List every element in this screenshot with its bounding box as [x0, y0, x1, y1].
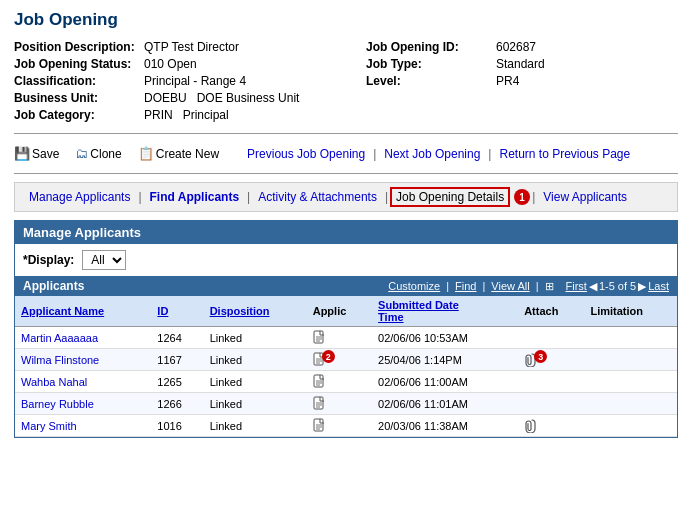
doc-icon[interactable] — [313, 330, 326, 345]
info-col-right: Job Opening ID: 602687 Job Type: Standar… — [366, 40, 678, 125]
applicants-header-row: Applicants Customize | Find | View All |… — [15, 276, 677, 296]
applicant-name-link[interactable]: Wahba Nahal — [21, 376, 87, 388]
position-label: Position Description: — [14, 40, 144, 54]
tab-view-applicants[interactable]: View Applicants — [537, 188, 633, 206]
manage-section: Manage Applicants *Display: All Applican… — [14, 220, 678, 438]
applicant-name-link[interactable]: Martin Aaaaaaa — [21, 332, 98, 344]
table-wrapper: Applicant Name ID Disposition Applic Sub… — [15, 296, 677, 437]
cell-date: 02/06/06 11:00AM — [372, 371, 518, 393]
col-date-sort[interactable]: Submitted DateTime — [378, 299, 459, 323]
col-disposition: Disposition — [204, 296, 307, 327]
category-code: PRIN — [144, 108, 173, 122]
cell-limitation — [584, 327, 677, 349]
applicants-tools: Customize | Find | View All | ⊞ First ◀ … — [388, 280, 669, 293]
status-label: Job Opening Status: — [14, 57, 144, 71]
return-prev-link[interactable]: Return to Previous Page — [499, 147, 630, 161]
cell-limitation — [584, 415, 677, 437]
clip-icon[interactable]: 3 — [524, 352, 547, 364]
tab-manage-applicants[interactable]: Manage Applicants — [23, 188, 136, 206]
tab-sep-2: | — [247, 190, 250, 204]
cell-limitation — [584, 371, 677, 393]
opening-id-label: Job Opening ID: — [366, 40, 496, 54]
col-id-sort[interactable]: ID — [157, 305, 168, 317]
tool-sep-2: | — [482, 280, 485, 292]
cell-name: Wahba Nahal — [15, 371, 151, 393]
cell-applic — [307, 393, 372, 415]
clone-label: Clone — [90, 147, 121, 161]
clip-icon[interactable] — [524, 418, 536, 430]
cell-id: 1016 — [151, 415, 203, 437]
clone-button[interactable]: 🗂 Clone — [75, 146, 121, 161]
level-label: Level: — [366, 74, 496, 88]
info-row-classification: Classification: Principal - Range 4 — [14, 74, 326, 88]
cell-attach — [518, 371, 584, 393]
cell-id: 1264 — [151, 327, 203, 349]
tabs-bar: Manage Applicants | Find Applicants | Ac… — [14, 182, 678, 212]
cell-disposition: Linked — [204, 371, 307, 393]
table-row: Mary Smith1016Linked 20/03/06 11:38AM — [15, 415, 677, 437]
col-submitted-date: Submitted DateTime — [372, 296, 518, 327]
doc-icon[interactable] — [313, 418, 326, 433]
table-header-row: Applicant Name ID Disposition Applic Sub… — [15, 296, 677, 327]
display-select[interactable]: All — [82, 250, 126, 270]
toolbar-pipe-1: | — [373, 147, 376, 161]
tab-callout-badge: 1 — [514, 189, 530, 205]
doc-icon[interactable] — [313, 374, 326, 389]
info-row-position: Position Description: QTP Test Director — [14, 40, 326, 54]
job-type-value: Standard — [496, 57, 545, 71]
applicant-name-link[interactable]: Mary Smith — [21, 420, 77, 432]
info-row-status: Job Opening Status: 010 Open — [14, 57, 326, 71]
table-row: Barney Rubble1266Linked 02/06/06 11:01AM — [15, 393, 677, 415]
prev-nav[interactable]: ◀ — [589, 280, 597, 293]
applicant-name-link[interactable]: Wilma Flinstone — [21, 354, 99, 366]
doc-icon[interactable] — [313, 396, 326, 411]
tab-sep-1: | — [138, 190, 141, 204]
find-link[interactable]: Find — [455, 280, 476, 292]
table-row: Martin Aaaaaaa1264Linked 02/06/06 10:53A… — [15, 327, 677, 349]
doc-badge: 2 — [322, 350, 335, 363]
divider-1 — [14, 133, 678, 134]
info-row-category: Job Category: PRIN Principal — [14, 108, 326, 122]
doc-icon[interactable]: 2 — [313, 352, 335, 367]
tab-job-opening-details[interactable]: Job Opening Details — [390, 187, 510, 207]
cell-attach — [518, 415, 584, 437]
next-nav[interactable]: ▶ — [638, 280, 646, 293]
tab-find-applicants[interactable]: Find Applicants — [144, 188, 246, 206]
last-nav[interactable]: Last — [648, 280, 669, 292]
customize-link[interactable]: Customize — [388, 280, 440, 292]
next-job-link[interactable]: Next Job Opening — [384, 147, 480, 161]
tab-sep-4: | — [532, 190, 535, 204]
tab-activity-attachments[interactable]: Activity & Attachments — [252, 188, 383, 206]
level-value: PR4 — [496, 74, 519, 88]
info-section: Position Description: QTP Test Director … — [14, 40, 678, 125]
job-type-label: Job Type: — [366, 57, 496, 71]
cell-date: 20/03/06 11:38AM — [372, 415, 518, 437]
cell-attach: 3 — [518, 349, 584, 371]
status-value: 010 Open — [144, 57, 197, 71]
cell-applic — [307, 415, 372, 437]
opening-id-value: 602687 — [496, 40, 536, 54]
first-nav[interactable]: First — [566, 280, 587, 292]
col-name-sort[interactable]: Applicant Name — [21, 305, 104, 317]
cell-id: 1265 — [151, 371, 203, 393]
col-disposition-sort[interactable]: Disposition — [210, 305, 270, 317]
page-range: 1-5 of 5 — [599, 280, 636, 292]
info-row-opening-id: Job Opening ID: 602687 — [366, 40, 678, 54]
prev-job-link[interactable]: Previous Job Opening — [247, 147, 365, 161]
create-new-button[interactable]: 📋 Create New — [138, 146, 219, 161]
applicant-name-link[interactable]: Barney Rubble — [21, 398, 94, 410]
attach-badge: 3 — [534, 350, 547, 363]
save-button[interactable]: 💾 Save — [14, 146, 59, 161]
category-label: Job Category: — [14, 108, 144, 122]
page-container: Job Opening Position Description: QTP Te… — [0, 0, 692, 448]
business-unit-value: DOEBU DOE Business Unit — [144, 91, 299, 105]
tool-sep-3: | — [536, 280, 539, 292]
tab-sep-3: | — [385, 190, 388, 204]
category-name: Principal — [183, 108, 229, 122]
cell-applic — [307, 327, 372, 349]
cell-id: 1167 — [151, 349, 203, 371]
view-all-link[interactable]: View All — [491, 280, 529, 292]
cell-applic — [307, 371, 372, 393]
applicants-section-title: Applicants — [23, 279, 388, 293]
cell-disposition: Linked — [204, 415, 307, 437]
